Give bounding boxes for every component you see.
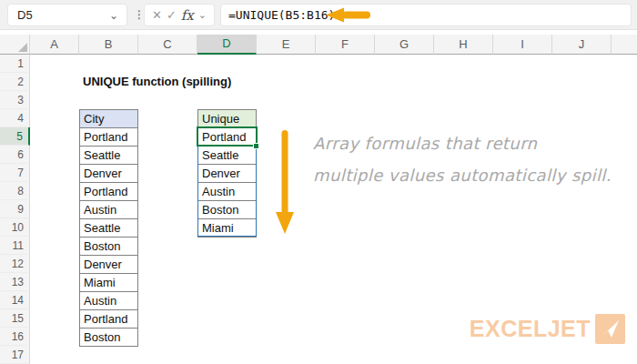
- row-header-12[interactable]: 12: [0, 255, 30, 273]
- row-header-5[interactable]: 5: [0, 127, 30, 146]
- annotation-line-1: Array formulas that return: [313, 134, 612, 154]
- row-header-16[interactable]: 16: [0, 328, 30, 346]
- worksheet-title-cell[interactable]: UNIQUE function (spilling): [83, 73, 231, 91]
- unique-cell-5[interactable]: Boston: [198, 201, 256, 219]
- formula-input[interactable]: =UNIQUE(B5:B16): [220, 4, 632, 26]
- unique-cell-1[interactable]: Portland: [198, 128, 256, 147]
- row-header-9[interactable]: 9: [0, 200, 30, 218]
- city-cell-12[interactable]: Boston: [80, 329, 137, 347]
- row-header-7[interactable]: 7: [0, 164, 30, 182]
- annotation-text: Array formulas that return multiple valu…: [313, 134, 612, 197]
- exceljet-logo-text: EXCELJET: [470, 316, 591, 342]
- city-cell-10[interactable]: Austin: [80, 292, 137, 310]
- column-header-c[interactable]: C: [138, 35, 197, 55]
- paper-plane-icon: [595, 314, 625, 344]
- city-cell-6[interactable]: Seattle: [80, 219, 137, 238]
- row-header-2[interactable]: 2: [0, 73, 30, 91]
- fill-handle[interactable]: [253, 143, 259, 149]
- column-header-k[interactable]: K: [612, 35, 637, 55]
- row-header-3[interactable]: 3: [0, 91, 30, 109]
- name-box-value: D5: [8, 8, 109, 22]
- excel-window: D5 ⌄ ⋮ ✕ ✓ fx ⌄ =UNIQUE(B5:B16) ABCDEFGH…: [0, 0, 637, 364]
- unique-cell-2[interactable]: Seattle: [198, 147, 256, 165]
- insert-function-icon[interactable]: fx: [181, 7, 194, 24]
- column-header-i[interactable]: I: [493, 35, 552, 55]
- city-cell-3[interactable]: Denver: [80, 165, 137, 183]
- arrow-left-icon: [324, 5, 373, 25]
- unique-header-cell[interactable]: Unique: [198, 110, 256, 128]
- unique-cell-3[interactable]: Denver: [198, 165, 256, 183]
- city-cell-7[interactable]: Boston: [80, 238, 137, 256]
- formula-text: =UNIQUE(B5:B16): [221, 8, 335, 22]
- chevron-down-icon[interactable]: ⌄: [198, 9, 207, 21]
- column-header-b[interactable]: B: [79, 35, 138, 55]
- column-header-a[interactable]: A: [30, 35, 79, 55]
- city-table: CityPortlandSeattleDenverPortlandAustinS…: [79, 109, 138, 347]
- row-header-6[interactable]: 6: [0, 146, 30, 164]
- row-header-10[interactable]: 10: [0, 218, 30, 237]
- chevron-down-icon[interactable]: ⌄: [109, 9, 126, 22]
- unique-cell-6[interactable]: Miami: [198, 219, 256, 238]
- cancel-icon[interactable]: ✕: [152, 8, 162, 22]
- unique-spill-table: UniquePortlandSeattleDenverAustinBostonM…: [197, 109, 257, 238]
- city-cell-2[interactable]: Seattle: [80, 147, 137, 165]
- city-cell-8[interactable]: Denver: [80, 256, 137, 274]
- row-header-1[interactable]: 1: [0, 55, 30, 73]
- formula-bar: D5 ⌄ ⋮ ✕ ✓ fx ⌄ =UNIQUE(B5:B16): [0, 0, 637, 30]
- column-header-j[interactable]: J: [552, 35, 612, 55]
- city-cell-1[interactable]: Portland: [80, 128, 137, 147]
- column-header-f[interactable]: F: [316, 35, 375, 55]
- row-header-13[interactable]: 13: [0, 273, 30, 291]
- city-cell-11[interactable]: Portland: [80, 310, 137, 329]
- city-cell-4[interactable]: Portland: [80, 183, 137, 201]
- column-header-g[interactable]: G: [375, 35, 434, 55]
- city-cell-9[interactable]: Miami: [80, 274, 137, 292]
- exceljet-logo: EXCELJET: [470, 314, 625, 344]
- enter-icon[interactable]: ✓: [167, 8, 177, 22]
- column-header-h[interactable]: H: [434, 35, 493, 55]
- annotation-line-2: multiple values automatically spill.: [313, 166, 612, 186]
- column-header-e[interactable]: E: [257, 35, 316, 55]
- select-all-triangle-icon: [18, 43, 27, 52]
- arrow-down-icon: [276, 128, 294, 236]
- city-cell-5[interactable]: Austin: [80, 201, 137, 219]
- select-all-corner[interactable]: [0, 35, 30, 55]
- formula-controls: ✕ ✓ fx ⌄: [144, 4, 215, 26]
- city-header-cell[interactable]: City: [80, 110, 137, 128]
- name-box[interactable]: D5 ⌄: [7, 4, 127, 26]
- row-header-17[interactable]: 17: [0, 346, 30, 364]
- row-header-15[interactable]: 15: [0, 309, 30, 328]
- unique-cell-4[interactable]: Austin: [198, 183, 256, 201]
- column-header-d[interactable]: D: [197, 35, 257, 55]
- row-header-14[interactable]: 14: [0, 291, 30, 309]
- row-header-8[interactable]: 8: [0, 182, 30, 200]
- row-header-11[interactable]: 11: [0, 237, 30, 255]
- row-header-4[interactable]: 4: [0, 109, 30, 127]
